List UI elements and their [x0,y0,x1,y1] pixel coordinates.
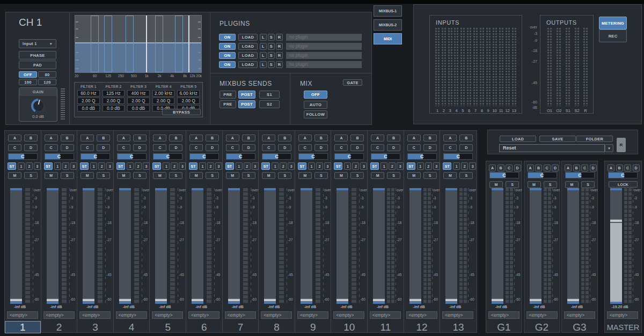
strip-select-11[interactable]: 11 [368,321,404,333]
filter-gain-value[interactable]: 0.0 dB [103,105,125,111]
layer-a-button[interactable]: A [565,165,572,171]
solo-button[interactable]: S [387,172,400,179]
layer-b-button[interactable]: B [24,135,38,141]
st-button[interactable]: ST [370,162,379,170]
sub-2-button[interactable]: 2 [26,162,33,170]
solo-button[interactable]: S [423,172,437,179]
strip-select-12[interactable]: 12 [404,321,440,333]
layer-c-button[interactable]: C [153,144,166,151]
plugin3-s-button[interactable]: S [268,52,275,59]
sub-3-button[interactable]: 3 [324,162,331,170]
layer-c-button[interactable]: C [189,144,203,151]
st-button[interactable]: ST [334,162,342,170]
strip-select-13[interactable]: 13 [440,321,477,333]
mute-button[interactable]: M [443,172,457,179]
layer-c-button[interactable]: C [80,144,94,151]
pan-slider[interactable]: C [8,153,38,160]
layer-d-button[interactable]: D [552,165,559,171]
sub-1-button[interactable]: 1 [127,162,134,170]
plugin4-l-button[interactable]: L [260,61,267,68]
plugin2-s-button[interactable]: S [268,43,275,50]
pan-slider[interactable]: C [153,153,182,160]
sub-2-button[interactable]: 2 [62,162,69,170]
plugin2-load-button[interactable]: LOAD [238,43,258,50]
strip-name-field[interactable]: <empty> [43,311,75,319]
layer-d-button[interactable]: D [242,144,255,151]
strip-name-field[interactable]: <empty> [442,311,473,319]
layer-b-button[interactable]: B [387,135,400,141]
solo-button[interactable]: S [97,172,110,179]
pan-slider[interactable]: C [334,153,364,160]
layer-b-button[interactable]: B [423,135,437,141]
strip-select-5[interactable]: 5 [150,321,186,333]
eq-band-4[interactable] [155,16,163,72]
plugin3-r-button[interactable]: R [276,52,283,59]
plugin4-load-button[interactable]: LOAD [238,61,258,68]
solo-button[interactable]: S [169,172,182,179]
layer-b-button[interactable]: B [497,165,504,171]
plugin1-s-button[interactable]: S [268,34,275,41]
fader[interactable] [83,188,94,304]
strip-select-3[interactable]: 3 [77,321,113,333]
layer-d-button[interactable]: D [423,144,437,151]
layer-d-button[interactable]: D [314,144,328,151]
sub-2-button[interactable]: 2 [316,162,323,170]
pan-slider[interactable]: C [189,153,219,160]
layer-c-button[interactable]: C [544,165,551,171]
layer-d-button[interactable]: D [387,144,400,151]
layer-a-button[interactable]: A [226,135,239,141]
tab-midi[interactable]: MIDI [374,33,402,44]
filter-q-value[interactable]: 2.00 Q [152,98,175,104]
strip-select-master[interactable]: MASTER [605,321,641,333]
layer-d-button[interactable]: D [514,165,521,171]
mute-button[interactable]: M [117,172,130,179]
layer-d-button[interactable]: D [590,165,597,171]
solo-button[interactable]: S [278,172,291,179]
strip-name-field[interactable]: <empty> [488,311,519,319]
tab-mixbus-1[interactable]: MIXBUS-1 [374,5,402,17]
strip-name-field[interactable]: <empty> [333,311,364,319]
filter-q-value[interactable]: 2.00 Q [103,98,125,104]
plugin1-r-button[interactable]: R [276,34,283,41]
sub-1-button[interactable]: 1 [54,162,61,170]
layer-d-button[interactable]: D [633,165,640,171]
layer-a-button[interactable]: A [298,135,312,141]
tab-mixbus-2[interactable]: MIXBUS-2 [374,19,402,31]
plugin1-l-button[interactable]: L [260,34,267,41]
st-button[interactable]: ST [407,162,415,170]
layer-c-button[interactable]: C [262,144,275,151]
fader[interactable] [155,188,167,304]
plugin1-load-button[interactable]: LOAD [238,34,258,41]
layer-c-button[interactable]: C [443,144,457,151]
strip-select-9[interactable]: 9 [295,321,331,333]
layer-d-button[interactable]: D [459,144,473,151]
sub-3-button[interactable]: 3 [179,162,186,170]
strip-select-1[interactable]: 1 [5,321,41,333]
layer-a-button[interactable]: A [407,135,421,141]
filter-freq-value[interactable]: 125 Hz [103,90,125,96]
preset-select[interactable]: Reset [499,144,605,152]
layer-b-button[interactable]: B [535,165,542,171]
solo-button[interactable]: S [350,172,364,179]
sub-1-button[interactable]: 1 [417,162,424,170]
solo-button[interactable]: S [581,181,595,188]
sub-2-button[interactable]: 2 [207,162,214,170]
layer-d-button[interactable]: D [24,144,38,151]
st-button[interactable]: ST [225,162,234,170]
st-button[interactable]: ST [80,162,89,170]
layer-b-button[interactable]: B [350,135,364,141]
layer-c-button[interactable]: C [8,144,21,151]
plugin2-r-button[interactable]: R [276,43,283,50]
layer-d-button[interactable]: D [206,144,219,151]
strip-name-field[interactable]: <empty> [152,311,183,319]
mute-button[interactable]: M [407,172,421,179]
metering-button[interactable]: METERING [599,17,627,29]
layer-c-button[interactable]: C [407,144,421,151]
preset-save-button[interactable]: SAVE [539,136,576,142]
pan-slider[interactable]: C [45,153,74,160]
pan-slider[interactable]: C [262,153,291,160]
plugin2-name-field[interactable]: no plugin [286,43,362,50]
layer-a-button[interactable]: A [8,135,21,141]
layer-a-button[interactable]: A [189,135,203,141]
layer-b-button[interactable]: B [573,165,580,171]
